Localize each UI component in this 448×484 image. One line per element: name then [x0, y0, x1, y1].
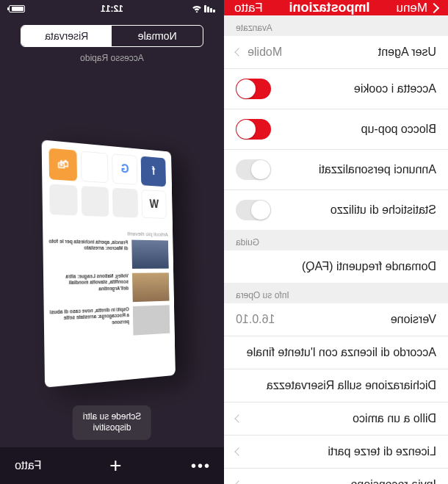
back-button[interactable]: Menu — [396, 1, 438, 15]
tell-friend-row[interactable]: Dillo a un amico — [224, 402, 448, 436]
normal-segment[interactable]: Normale — [112, 26, 203, 46]
row-value: Mobile — [248, 46, 282, 59]
chevron-right-icon — [234, 414, 242, 422]
settings-title: Impostazioni — [289, 0, 370, 15]
section-about-label: Info su Opera — [224, 283, 448, 303]
popup-toggle[interactable] — [236, 119, 271, 140]
dial-icon — [112, 187, 139, 217]
user-agent-row[interactable]: User Agent Mobile — [224, 36, 448, 69]
clock: 12:11 — [101, 4, 123, 14]
popup-row: Blocco pop-up — [224, 109, 448, 150]
done-button[interactable]: Fatto — [234, 1, 263, 15]
news-thumb — [133, 272, 170, 302]
privacy-row[interactable]: Dichiarazione sulla Riservatezza — [224, 369, 448, 402]
gmail-icon: ✉ — [82, 151, 109, 182]
news-item: Volley, Nations League: altra sconfitta,… — [49, 272, 170, 304]
stats-toggle[interactable] — [236, 200, 271, 220]
news-item: Ospiti in diretta, nove caso di abusi a … — [50, 305, 170, 340]
news-headline: Ospiti in diretta, nove caso di abusi a … — [50, 306, 130, 328]
bottom-toolbar: ••• + Fatto — [0, 447, 224, 484]
speed-dial: f G ✉ 🛍 W — [42, 140, 173, 225]
chevron-right-icon — [234, 447, 242, 455]
news-thumb — [133, 305, 170, 335]
status-bar: 12:11 — [0, 0, 224, 15]
dial-icon — [82, 185, 109, 217]
row-label: Dillo a un amico — [353, 412, 436, 425]
cookies-toggle[interactable] — [236, 79, 271, 99]
new-tab-button[interactable]: + — [109, 454, 121, 477]
section-advanced-label: Avanzate — [224, 15, 448, 36]
settings-panel: Menu Impostazioni Fatto Avanzate User Ag… — [224, 0, 448, 484]
chevron-left-icon — [429, 2, 439, 12]
row-label: Invia recensione — [350, 478, 436, 484]
tab-mode-segmented: Normale Riservata — [21, 25, 203, 47]
shopping-icon: 🛍 — [49, 148, 78, 181]
wikipedia-icon: W — [142, 189, 167, 218]
signal-icon — [204, 5, 215, 12]
news-headline: Francia, aperta inchiesta per le foto di… — [49, 238, 129, 252]
done-button[interactable]: Fatto — [15, 459, 41, 472]
stats-row: Statistiche di utilizzo — [224, 190, 448, 230]
row-label: Accordo di licenza con l'utente finale — [247, 346, 436, 359]
quick-access-label: Accesso Rapido — [0, 53, 224, 63]
version-row: Versione 16.0.10 — [224, 303, 448, 336]
review-row[interactable]: Invia recensione — [224, 469, 448, 484]
back-label: Menu — [396, 1, 427, 15]
section-help-label: Guida — [224, 230, 448, 250]
row-label: Dichiarazione sulla Riservatezza — [267, 379, 436, 392]
settings-header: Menu Impostazioni Fatto — [224, 0, 448, 15]
cookies-row: Accetta i cookie — [224, 69, 448, 109]
row-label: Licenze di terze parti — [328, 445, 436, 458]
battery-icon — [9, 5, 25, 12]
private-segment[interactable]: Riservata — [21, 26, 112, 46]
row-label: Versione — [391, 313, 436, 326]
row-label: Annunci personalizzati — [319, 163, 436, 176]
wifi-icon — [192, 5, 202, 12]
chevron-right-icon — [234, 48, 242, 56]
version-value: 16.0.10 — [236, 313, 275, 326]
ads-row: Annunci personalizzati — [224, 150, 448, 190]
news-thumb — [132, 239, 169, 268]
chevron-right-icon — [234, 480, 242, 484]
row-label: Blocco pop-up — [361, 123, 436, 136]
other-devices-label: Schede su altri dispositivi — [83, 411, 141, 433]
dial-icon — [50, 183, 79, 215]
row-label: Accetta i cookie — [354, 82, 436, 95]
tabs-panel: 12:11 Normale Riservata Accesso Rapido f… — [0, 0, 224, 484]
facebook-icon: f — [142, 156, 167, 186]
more-button[interactable]: ••• — [189, 458, 209, 474]
news-headline: Volley, Nations League: altra sconfitta,… — [49, 272, 129, 292]
licenses-row[interactable]: Licenze di terze parti — [224, 436, 448, 469]
row-label: Statistiche di utilizzo — [330, 203, 436, 217]
ads-toggle[interactable] — [236, 159, 271, 180]
tab-card[interactable]: f G ✉ 🛍 W Articoli più rilevanti Francia… — [42, 140, 176, 387]
row-label: Domande frequenti (FAQ) — [302, 260, 436, 273]
faq-row[interactable]: Domande frequenti (FAQ) — [224, 250, 448, 283]
tab-card-area: f G ✉ 🛍 W Articoli più rilevanti Francia… — [0, 78, 224, 447]
news-section-label: Articoli più rilevanti — [49, 228, 169, 237]
row-label: User Agent — [378, 46, 436, 59]
other-devices-button[interactable]: Schede su altri dispositivi — [73, 405, 151, 440]
news-item: Francia, aperta inchiesta per le foto di… — [49, 238, 169, 269]
eula-row[interactable]: Accordo di licenza con l'utente finale — [224, 336, 448, 369]
google-icon: G — [112, 153, 138, 184]
